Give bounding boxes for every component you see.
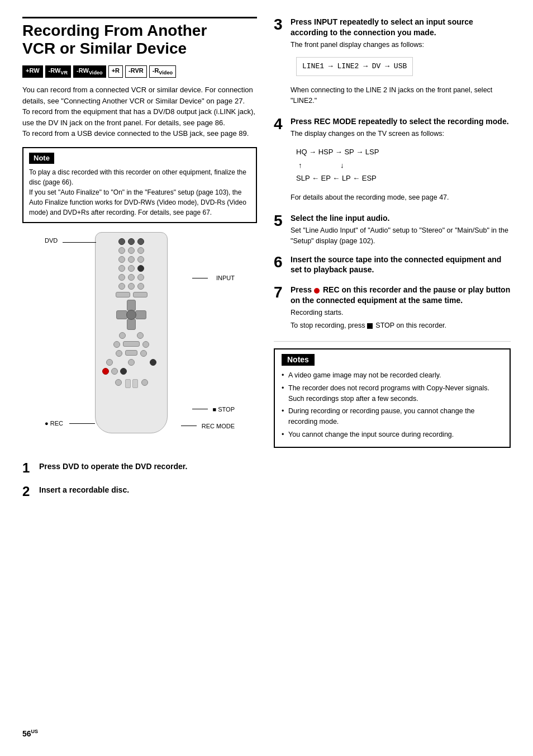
note-item-4: You cannot change the input source durin… xyxy=(282,429,503,440)
badge-plus-r: +R xyxy=(108,65,123,78)
step-3-desc: The front panel display changes as follo… xyxy=(291,40,511,106)
step-4: 4 Press REC MODE repeatedly to select th… xyxy=(274,116,511,205)
stop-label: ■ STOP xyxy=(213,405,235,414)
step-6-title: Insert the source tape into the connecte… xyxy=(291,254,511,276)
badge-minus-rwvr: -RWVR xyxy=(45,65,72,78)
notes-list: A video game image may not be recorded c… xyxy=(282,370,503,440)
step-5-title: Select the line input audio. xyxy=(291,213,511,224)
page-footer: 56US xyxy=(22,728,511,739)
step-2-title: Insert a recordable disc. xyxy=(39,485,257,495)
input-label: INPUT xyxy=(216,274,235,282)
remote-body xyxy=(95,232,168,433)
note-box-content: To play a disc recorded with this record… xyxy=(29,167,250,218)
step-4-details: For details about the recording mode, se… xyxy=(291,192,511,203)
step-7-title: Press REC on this recorder and the pause… xyxy=(291,285,511,306)
step-1-2-area: 1 Press DVD to operate the DVD recorder.… xyxy=(22,461,257,505)
steps-section: 3 Press INPUT repeatedly to select an in… xyxy=(274,17,511,448)
remote-dpad xyxy=(116,300,146,330)
notes-title: Notes xyxy=(282,354,315,366)
rec-label: ● REC xyxy=(45,419,63,428)
section-rule xyxy=(274,341,511,342)
badge-plus-rw: +RW xyxy=(22,65,43,78)
flow-diagram-1: LINE1 → LINE2 → DV → USB xyxy=(296,57,413,77)
flow-diagram-2: HQ → HSP → SP → LSP ↑ ↓ SLP ← EP ← LP ← … xyxy=(296,145,379,185)
note-box: Note To play a disc recorded with this r… xyxy=(22,147,257,223)
badge-minus-rvideo: -RVideo xyxy=(149,65,176,78)
note-item-3: During recording or recording pause, you… xyxy=(282,406,503,427)
step-1-title: Press DVD to operate the DVD recorder. xyxy=(39,461,257,472)
right-column: 3 Press INPUT repeatedly to select an in… xyxy=(274,17,511,717)
left-column: Recording From Another VCR or Similar De… xyxy=(22,17,257,717)
note-box-title: Note xyxy=(29,153,54,164)
step-7-desc: Recording starts. To stop recording, pre… xyxy=(291,308,511,331)
stop-sq-icon xyxy=(367,323,373,329)
dvd-label: DVD xyxy=(45,237,58,245)
page-title: Recording From Another VCR or Similar De… xyxy=(22,17,257,58)
step-3-title: Press INPUT repeatedly to select an inpu… xyxy=(291,17,511,38)
note-item-1: A video game image may not be recorded c… xyxy=(282,370,503,381)
note-item-2: The recorder does not record programs wi… xyxy=(282,383,503,404)
format-badges: +RW -RWVR -RWVideo +R -RVR -RVideo xyxy=(22,65,257,78)
intro-text: You can record from a connected VCR or s… xyxy=(22,84,257,139)
step-3: 3 Press INPUT repeatedly to select an in… xyxy=(274,17,511,108)
badge-minus-rvr: -RVR xyxy=(125,65,147,78)
notes-box: Notes A video game image may not be reco… xyxy=(274,348,511,448)
step-5-desc: Set "Line Audio Input" of "Audio" setup … xyxy=(291,225,511,247)
step-7: 7 Press REC on this recorder and the pau… xyxy=(274,285,511,333)
step-2: 2 Insert a recordable disc. xyxy=(22,485,257,498)
step-4-title: Press REC MODE repeatedly to select the … xyxy=(291,116,511,127)
rec-dot-icon xyxy=(314,288,320,294)
step-4-desc: The display changes on the TV screen as … xyxy=(291,129,511,203)
step-1: 1 Press DVD to operate the DVD recorder. xyxy=(22,461,257,475)
step-3-when-connecting: When connecting to the LINE 2 IN jacks o… xyxy=(291,85,511,106)
rec-mode-label: REC MODE xyxy=(202,422,235,431)
step-6: 6 Insert the source tape into the connec… xyxy=(274,254,511,277)
badge-minus-rwvideo: -RWVideo xyxy=(73,65,106,78)
remote-diagram: DVD INPUT ■ STOP ● REC xyxy=(45,232,235,456)
step-5: 5 Select the line input audio. Set "Line… xyxy=(274,213,511,246)
page: Recording From Another VCR or Similar De… xyxy=(0,0,533,756)
page-number: 56US xyxy=(22,728,38,739)
